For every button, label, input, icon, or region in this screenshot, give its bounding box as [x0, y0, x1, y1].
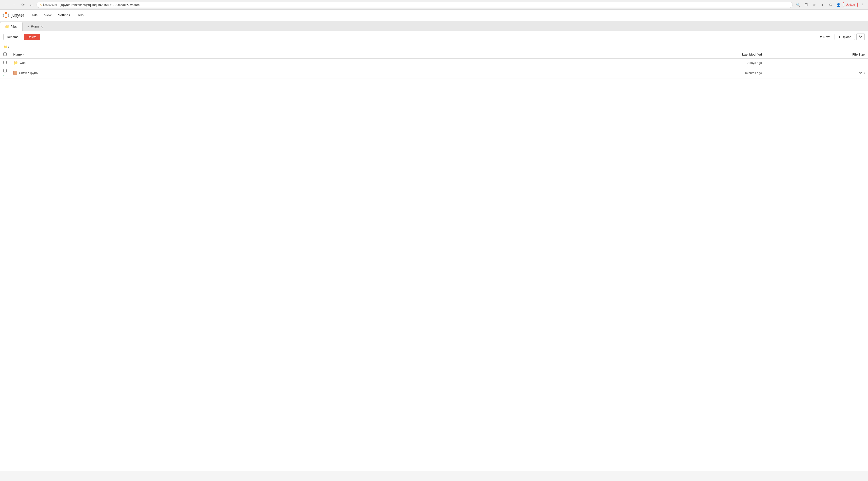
svg-point-0 — [5, 12, 7, 14]
size-column-header[interactable]: File Size — [767, 51, 868, 59]
folder-tab-icon: 📁 — [5, 25, 9, 29]
url-text: jupyter-9pnxdkeb6jsfqkmq.192.168.71.93.m… — [61, 3, 140, 7]
tab-running-label: Running — [31, 25, 43, 28]
settings-button[interactable]: ● — [819, 1, 826, 8]
work-modified: 2 days ago — [618, 59, 767, 67]
toolbar-left: Rename Delete — [3, 34, 40, 40]
notebook-modified: 6 minutes ago — [618, 67, 767, 79]
jupyter-logo: jupyter — [2, 10, 24, 21]
notebook-checkbox[interactable] — [3, 69, 7, 72]
address-bar[interactable]: △ Not secure | jupyter-9pnxdkeb6jsfqkmq.… — [36, 2, 793, 8]
zoom-button[interactable]: 🔍 — [795, 1, 801, 8]
work-checkbox[interactable] — [3, 61, 7, 64]
tab-files-label: Files — [10, 25, 18, 29]
browser-actions: 🔍 ❐ ☆ ● ⚖ 👤 Update ⋮ — [795, 1, 866, 8]
reload-button[interactable]: ⟳ — [20, 1, 26, 8]
forward-button[interactable]: → — [11, 1, 18, 8]
work-size — [767, 59, 868, 67]
menu-settings[interactable]: Settings — [55, 11, 73, 19]
update-button[interactable]: Update — [843, 2, 858, 7]
upload-icon: ⬆ — [838, 35, 841, 39]
modified-column-header[interactable]: Last Modified — [618, 51, 767, 59]
select-all-checkbox[interactable] — [3, 53, 7, 56]
bookmark-button[interactable]: ☆ — [811, 1, 817, 8]
running-indicator: ● — [3, 74, 4, 77]
upload-button-label: Upload — [842, 35, 851, 39]
circle-tab-icon: ● — [28, 25, 29, 28]
file-toolbar: Rename Delete ▼ New ⬆ Upload ↻ — [0, 31, 868, 43]
breadcrumb: 📁 / — [0, 43, 868, 51]
svg-point-2 — [3, 16, 4, 17]
table-row: 📁 work 2 days ago — [0, 59, 868, 67]
work-name-cell: 📁 work — [10, 59, 618, 67]
delete-button[interactable]: Delete — [24, 34, 40, 40]
back-button[interactable]: ← — [2, 1, 9, 8]
home-button[interactable]: ⌂ — [28, 1, 35, 8]
notebook-name-cell: Untitled.ipynb — [10, 67, 618, 79]
table-row: ● Untitled.ipynb 6 minutes ago 72 B — [0, 67, 868, 79]
work-folder-icon: 📁 — [13, 61, 18, 65]
browser-chrome: ← → ⟳ ⌂ △ Not secure | jupyter-9pnxdkeb6… — [0, 0, 868, 10]
svg-point-1 — [5, 17, 7, 19]
new-dropdown-arrow: ▼ — [819, 35, 823, 39]
select-all-header — [0, 51, 10, 59]
table-header: Name ▲ Last Modified File Size — [0, 51, 868, 59]
extensions-button[interactable]: ⚖ — [827, 1, 834, 8]
name-column-header[interactable]: Name ▲ — [10, 51, 618, 59]
refresh-button[interactable]: ↻ — [856, 33, 865, 40]
notebook-size: 72 B — [767, 67, 868, 79]
work-name[interactable]: work — [20, 61, 26, 65]
svg-point-4 — [3, 13, 4, 15]
menu-button[interactable]: ⋮ — [859, 1, 866, 8]
tab-files[interactable]: 📁 Files — [0, 22, 23, 31]
rename-button[interactable]: Rename — [3, 34, 22, 40]
new-button[interactable]: ▼ New — [816, 34, 833, 40]
menu-bar: jupyter File View Settings Help — [0, 10, 868, 21]
share-button[interactable]: ❐ — [803, 1, 809, 8]
sort-icon: ▲ — [23, 53, 25, 56]
new-button-label: New — [824, 35, 830, 39]
profile-button[interactable]: 👤 — [835, 1, 842, 8]
toolbar-right: ▼ New ⬆ Upload ↻ — [816, 33, 865, 40]
upload-button[interactable]: ⬆ Upload — [835, 34, 855, 40]
table-body: 📁 work 2 days ago ● Untitled.ipynb — [0, 59, 868, 79]
svg-point-3 — [8, 13, 9, 15]
main-content: 📁 Files ● Running Rename Delete ▼ New ⬆ … — [0, 21, 868, 471]
jupyter-logo-icon — [2, 12, 9, 19]
modified-column-label: Last Modified — [742, 53, 762, 56]
size-column-label: File Size — [852, 53, 865, 56]
menu-view[interactable]: View — [41, 11, 55, 19]
svg-point-5 — [8, 16, 9, 17]
breadcrumb-folder-icon: 📁 — [3, 45, 7, 49]
notebook-checkbox-cell: ● — [0, 67, 10, 79]
jupyter-logo-text: jupyter — [11, 13, 24, 18]
lock-icon: △ — [40, 3, 42, 6]
breadcrumb-path: / — [8, 45, 9, 49]
menu-file[interactable]: File — [29, 11, 41, 19]
tab-bar: 📁 Files ● Running — [0, 21, 868, 31]
work-checkbox-cell — [0, 59, 10, 67]
browser-toolbar: ← → ⟳ ⌂ △ Not secure | jupyter-9pnxdkeb6… — [0, 0, 868, 9]
file-table: Name ▲ Last Modified File Size — [0, 51, 868, 79]
notebook-file-icon — [13, 71, 17, 75]
tab-running[interactable]: ● Running — [23, 22, 49, 31]
notebook-name[interactable]: Untitled.ipynb — [19, 71, 38, 75]
not-secure-label: Not secure — [43, 3, 57, 6]
menu-help[interactable]: Help — [73, 11, 87, 19]
name-column-label: Name — [13, 53, 22, 56]
